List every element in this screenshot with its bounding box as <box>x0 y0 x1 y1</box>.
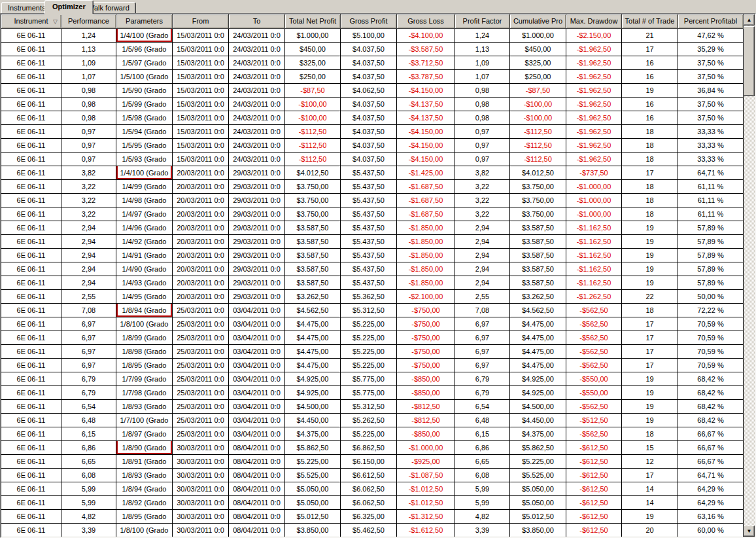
table-cell[interactable]: 61,11 % <box>678 180 744 193</box>
table-cell[interactable]: 12 <box>622 455 678 468</box>
table-cell[interactable]: 1/8/91 (Grado <box>116 455 173 468</box>
table-cell[interactable]: 6E 06-11 <box>1 400 61 413</box>
table-cell[interactable]: 64,71 % <box>678 166 744 179</box>
table-cell[interactable]: 17 <box>622 359 678 372</box>
table-cell[interactable]: 66,67 % <box>678 441 744 454</box>
table-cell[interactable]: 19 <box>622 249 678 262</box>
table-cell[interactable]: 19 <box>622 414 678 427</box>
table-cell[interactable]: 1,09 <box>61 56 116 69</box>
table-cell[interactable]: 20/03/2011 0:0 <box>173 290 229 303</box>
table-cell[interactable]: -$1.162,50 <box>566 221 622 234</box>
table-cell[interactable]: 6,97 <box>455 345 510 358</box>
table-cell[interactable]: -$100,00 <box>510 98 566 111</box>
table-row[interactable]: 6E 06-112,551/4/95 (Grado20/03/2011 0:02… <box>1 290 744 304</box>
table-cell[interactable]: 17 <box>622 166 678 179</box>
table-cell[interactable]: 19 <box>622 400 678 413</box>
table-cell[interactable]: 33,33 % <box>678 125 744 138</box>
table-cell[interactable]: -$87,50 <box>510 84 566 97</box>
table-row[interactable]: 6E 06-110,981/5/99 (Grado15/03/2011 0:02… <box>1 98 744 111</box>
table-cell[interactable]: -$562,50 <box>566 304 622 317</box>
table-cell[interactable]: $5.462,50 <box>341 524 397 537</box>
table-cell[interactable]: 5,99 <box>455 482 510 495</box>
table-cell[interactable]: 6E 06-11 <box>1 304 61 317</box>
table-cell[interactable]: 6E 06-11 <box>1 152 61 166</box>
table-cell[interactable]: 1/4/95 (Grado <box>116 290 173 303</box>
table-row[interactable]: 6E 06-110,981/5/98 (Grado15/03/2011 0:02… <box>1 111 744 125</box>
table-cell[interactable]: -$1.425,00 <box>397 166 455 179</box>
table-cell[interactable]: -$750,00 <box>397 345 455 358</box>
table-cell[interactable]: $5.225,00 <box>341 427 397 440</box>
table-cell[interactable]: 20/03/2011 0:0 <box>173 235 229 248</box>
table-cell[interactable]: 0,98 <box>61 111 116 124</box>
table-cell[interactable]: 30/03/2011 0:0 <box>173 455 229 468</box>
table-cell[interactable]: 24/03/2011 0:0 <box>229 43 285 56</box>
table-cell[interactable]: -$4.150,00 <box>397 125 455 138</box>
table-cell[interactable]: 03/04/2011 0:0 <box>229 414 285 427</box>
table-cell[interactable]: -$1.962,50 <box>566 43 622 56</box>
table-cell[interactable]: 1,09 <box>455 56 510 69</box>
table-cell[interactable]: $4.475,00 <box>285 359 341 372</box>
table-cell[interactable]: 63,16 % <box>678 510 744 523</box>
table-cell[interactable]: -$4.100,00 <box>397 29 455 42</box>
table-cell[interactable]: 6E 06-11 <box>1 290 61 303</box>
table-cell[interactable]: 61,11 % <box>678 194 744 207</box>
table-cell[interactable]: 29/03/2011 0:0 <box>229 290 285 303</box>
table-cell[interactable]: $4.500,00 <box>510 400 566 413</box>
table-cell[interactable]: 30/03/2011 0:0 <box>173 441 229 454</box>
table-cell[interactable]: 50,00 % <box>678 290 744 303</box>
table-cell[interactable]: 15/03/2011 0:0 <box>173 98 229 111</box>
table-cell[interactable]: $3.750,00 <box>510 207 566 221</box>
table-cell[interactable]: 24/03/2011 0:0 <box>229 152 285 166</box>
table-cell[interactable]: 2,55 <box>61 290 116 303</box>
table-cell[interactable]: 29/03/2011 0:0 <box>229 235 285 248</box>
table-cell[interactable]: 08/04/2011 0:0 <box>229 469 285 482</box>
table-cell[interactable]: 6E 06-11 <box>1 56 61 69</box>
table-cell[interactable]: 37,50 % <box>678 56 744 69</box>
table-cell[interactable]: $250,00 <box>510 70 566 83</box>
table-cell[interactable]: 17 <box>622 317 678 331</box>
table-cell[interactable]: -$1.962,50 <box>566 70 622 83</box>
table-cell[interactable]: $4.037,50 <box>341 98 397 111</box>
table-cell[interactable]: 3,22 <box>61 194 116 207</box>
table-cell[interactable]: $5.775,00 <box>341 386 397 399</box>
table-cell[interactable]: 29/03/2011 0:0 <box>229 221 285 234</box>
table-cell[interactable]: -$512,50 <box>566 414 622 427</box>
column-header-from[interactable]: From <box>173 14 229 29</box>
table-cell[interactable]: $5.525,00 <box>285 469 341 482</box>
table-cell[interactable]: 6E 06-11 <box>1 166 61 179</box>
table-cell[interactable]: -$562,50 <box>566 427 622 440</box>
table-row[interactable]: 6E 06-117,081/8/94 (Grado25/03/2011 0:00… <box>1 304 744 317</box>
table-cell[interactable]: 68,42 % <box>678 400 744 413</box>
table-cell[interactable]: 20/03/2011 0:0 <box>173 262 229 276</box>
table-cell[interactable]: 15/03/2011 0:0 <box>173 139 229 152</box>
table-cell[interactable]: $6.150,00 <box>341 455 397 468</box>
table-cell[interactable]: 6E 06-11 <box>1 235 61 248</box>
table-cell[interactable]: 70,59 % <box>678 317 744 331</box>
table-cell[interactable]: $5.312,50 <box>341 400 397 413</box>
table-cell[interactable]: 1/7/100 (Grado <box>116 414 173 427</box>
table-cell[interactable]: $3.587,50 <box>510 276 566 289</box>
table-cell[interactable]: -$750,00 <box>397 331 455 344</box>
table-cell[interactable]: 0,98 <box>61 84 116 97</box>
table-cell[interactable]: 6E 06-11 <box>1 359 61 372</box>
table-cell[interactable]: 25/03/2011 0:0 <box>173 414 229 427</box>
table-cell[interactable]: 7,08 <box>61 304 116 317</box>
table-cell[interactable]: -$1.687,50 <box>397 207 455 221</box>
table-cell[interactable]: 1/8/93 (Grado <box>116 400 173 413</box>
column-header-instrument[interactable]: Instrument▽ <box>1 14 61 29</box>
table-cell[interactable]: 3,22 <box>61 180 116 193</box>
table-cell[interactable]: 6E 06-11 <box>1 496 61 509</box>
table-cell[interactable]: $5.225,00 <box>341 331 397 344</box>
table-cell[interactable]: -$4.150,00 <box>397 84 455 97</box>
table-cell[interactable]: $4.475,00 <box>285 317 341 331</box>
table-row[interactable]: 6E 06-110,971/5/93 (Grado15/03/2011 0:02… <box>1 152 744 166</box>
table-cell[interactable]: -$1.687,50 <box>397 194 455 207</box>
table-cell[interactable]: 1/5/97 (Grado <box>116 56 173 69</box>
table-cell[interactable]: 16 <box>622 70 678 83</box>
table-cell[interactable]: 6E 06-11 <box>1 469 61 482</box>
table-cell[interactable]: -$1.012,50 <box>397 482 455 495</box>
table-cell[interactable]: 16 <box>622 98 678 111</box>
table-cell[interactable]: -$750,00 <box>397 304 455 317</box>
table-cell[interactable]: -$1.162,50 <box>566 249 622 262</box>
table-cell[interactable]: -$1.962,50 <box>566 111 622 124</box>
